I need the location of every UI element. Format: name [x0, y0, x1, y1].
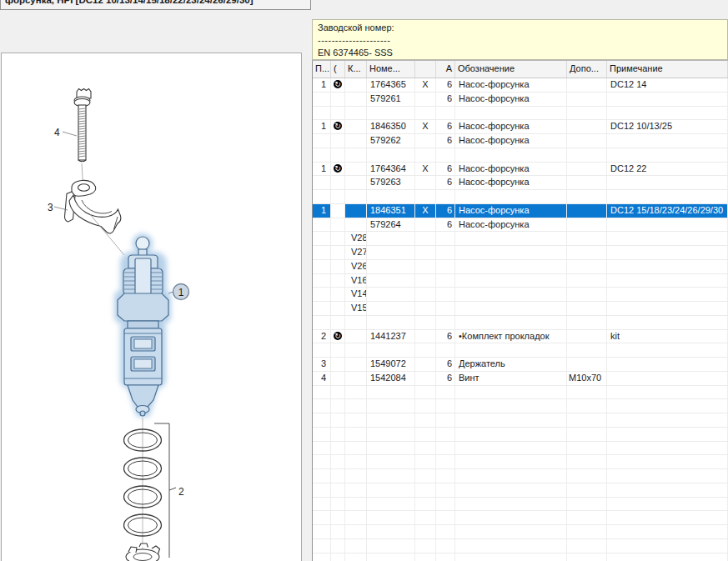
part-clamp[interactable]: [65, 180, 121, 233]
label-4[interactable]: 4: [54, 127, 60, 138]
table-row[interactable]: [313, 399, 728, 413]
cell-num: 1542084: [367, 372, 415, 385]
cell-desc: [455, 413, 567, 427]
table-row[interactable]: [313, 553, 728, 561]
table-row[interactable]: 5792616Насос-форсунка: [313, 93, 728, 107]
cell-dop: [567, 469, 607, 483]
table-row[interactable]: V16: [313, 274, 728, 288]
cell-x: [415, 302, 436, 315]
table-row[interactable]: 1↻1764365X6Насос-форсункаDC12 14: [313, 78, 728, 93]
table-row[interactable]: [313, 442, 728, 456]
table-row[interactable]: V26: [313, 260, 728, 274]
cell-k: [345, 553, 367, 561]
table-row[interactable]: 5792626Насос-форсунка: [313, 134, 728, 148]
cell-note: [607, 190, 728, 203]
table-row[interactable]: 415420846ВинтM10x70: [313, 372, 728, 386]
table-row-selected[interactable]: 11846351X6Насос-форсункаDC12 15/18/23/24…: [313, 204, 728, 218]
table-row[interactable]: V14: [313, 288, 728, 302]
table-row[interactable]: V28: [313, 232, 728, 246]
cell-num: 1549072: [367, 358, 415, 371]
table-row[interactable]: [313, 386, 728, 400]
cell-dop: [567, 428, 607, 441]
table-row[interactable]: [313, 539, 728, 553]
table-row[interactable]: [313, 455, 728, 469]
cell-icon: [331, 93, 345, 106]
cell-a: [436, 553, 455, 561]
table-row[interactable]: [313, 316, 728, 330]
column-header-note[interactable]: Примечание: [607, 61, 728, 78]
cell-desc: [455, 148, 567, 162]
column-header-k[interactable]: К...: [345, 61, 367, 78]
cell-a: [436, 148, 455, 162]
cell-desc: [455, 232, 567, 245]
cell-num: 579262: [367, 134, 415, 148]
cell-k: [345, 498, 367, 511]
cell-num: [367, 483, 415, 497]
label-1-badge[interactable]: 1: [173, 284, 189, 300]
cell-dop: [567, 148, 607, 162]
column-header-desc[interactable]: Обозначение: [455, 61, 567, 78]
cell-icon: [331, 413, 345, 427]
cell-num: [367, 399, 415, 413]
cell-note: [607, 442, 728, 455]
cell-pos: 2: [313, 330, 331, 343]
table-row[interactable]: [313, 525, 728, 539]
cell-a: 6: [436, 163, 455, 176]
column-header-num[interactable]: Номе...: [367, 61, 415, 78]
table-row[interactable]: V27: [313, 246, 728, 260]
cell-x: [415, 107, 436, 120]
column-header-a[interactable]: А: [436, 61, 455, 78]
table-row[interactable]: 1↻1846350X6Насос-форсункаDC12 10/13/25: [313, 120, 728, 134]
table-row[interactable]: [313, 498, 728, 512]
cell-a: [436, 525, 455, 538]
cell-num: 1846351: [367, 204, 415, 218]
cell-pos: [313, 455, 331, 468]
column-header-pos[interactable]: П...: [313, 61, 331, 78]
table-row[interactable]: 1↻1764364X6Насос-форсункаDC12 22: [313, 163, 728, 177]
table-row[interactable]: [313, 483, 728, 498]
cell-num: [367, 288, 415, 301]
part-bolt[interactable]: [74, 89, 91, 162]
table-row[interactable]: [313, 469, 728, 483]
cell-desc: [455, 553, 567, 561]
table-row[interactable]: [313, 148, 728, 163]
cell-num: 1764364: [367, 163, 415, 176]
cell-x: [415, 428, 436, 441]
cell-note: [607, 358, 728, 371]
cell-note: [607, 218, 728, 232]
column-header-icon[interactable]: (: [331, 61, 345, 78]
cell-a: [436, 498, 455, 511]
label-2[interactable]: 2: [178, 486, 184, 498]
cell-icon: [331, 483, 345, 497]
cell-num: [367, 413, 415, 427]
table-row[interactable]: V15: [313, 302, 728, 316]
table-row[interactable]: [313, 343, 728, 358]
table-body: 1↻1764365X6Насос-форсункаDC12 145792616Н…: [313, 78, 728, 561]
table-row[interactable]: 5792636Насос-форсунка: [313, 176, 728, 190]
cell-icon: [331, 274, 345, 288]
table-row[interactable]: [313, 107, 728, 121]
cell-desc: Насос-форсунка: [455, 120, 567, 133]
cell-k: [345, 204, 367, 218]
cell-num: [367, 498, 415, 511]
cell-icon: [331, 107, 345, 120]
cell-desc: Насос-форсунка: [455, 163, 567, 176]
table-row[interactable]: 2↻14412376•Комплект прокладокkit: [313, 330, 728, 344]
cell-dop: M10x70: [567, 372, 607, 385]
cell-k: [345, 218, 367, 232]
column-header-x[interactable]: [415, 61, 436, 78]
cell-pos: [313, 176, 331, 189]
table-row[interactable]: 5792646Насос-форсунка: [313, 218, 728, 233]
part-collar[interactable]: [126, 543, 160, 561]
cell-a: [436, 386, 455, 399]
cell-pos: [313, 316, 331, 329]
cell-icon: [331, 148, 345, 162]
table-row[interactable]: [313, 511, 728, 525]
label-3[interactable]: 3: [48, 202, 53, 213]
column-header-dop[interactable]: Допо...: [567, 61, 607, 78]
table-row[interactable]: 315490726Держатель: [313, 358, 728, 372]
table-row[interactable]: [313, 190, 728, 204]
table-row[interactable]: [313, 428, 728, 442]
table-row[interactable]: [313, 413, 728, 428]
cell-k: [345, 343, 367, 357]
